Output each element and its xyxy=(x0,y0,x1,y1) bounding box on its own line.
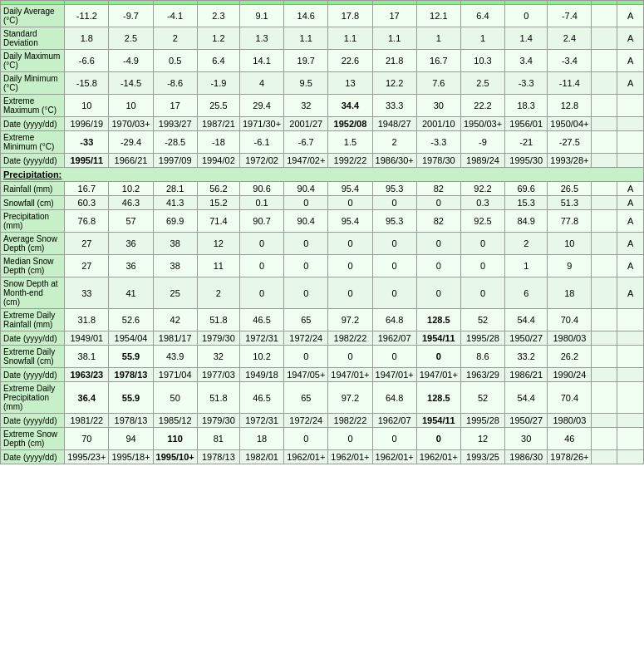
row-label: Rainfall (mm) xyxy=(1,182,65,196)
data-cell: -11.2 xyxy=(65,5,109,27)
data-cell: 0 xyxy=(416,346,460,368)
data-cell: 30 xyxy=(505,428,548,450)
year-cell xyxy=(592,346,617,368)
year-cell xyxy=(592,368,617,382)
row-label: Extreme Daily Rainfall (mm) xyxy=(1,309,65,331)
table-row: Extreme Snow Depth (cm)70941108118000012… xyxy=(1,428,644,450)
data-cell: 1978/30 xyxy=(416,154,460,168)
data-cell: 2 xyxy=(197,277,239,309)
row-label: Date (yyyy/dd) xyxy=(1,154,65,168)
data-cell: 1 xyxy=(505,255,548,277)
data-cell: 12.8 xyxy=(548,95,592,117)
code-cell xyxy=(617,131,644,154)
data-cell: 51.3 xyxy=(548,196,592,210)
year-cell xyxy=(592,255,617,277)
data-cell: 42 xyxy=(153,309,197,331)
data-cell: 46.5 xyxy=(239,382,283,414)
data-cell: 52 xyxy=(460,382,504,414)
row-label: Extreme Minimum (°C) xyxy=(1,131,65,154)
data-cell: -28.5 xyxy=(153,131,197,154)
data-cell: 1971/04 xyxy=(153,368,197,382)
data-cell: 1981/17 xyxy=(153,331,197,346)
row-label: Extreme Maximum (°C) xyxy=(1,95,65,117)
code-cell: A xyxy=(617,233,644,255)
code-cell xyxy=(617,309,644,331)
data-cell: 1980/03 xyxy=(548,414,592,428)
data-cell: 1 xyxy=(416,27,460,50)
data-cell: 0 xyxy=(284,346,328,368)
data-cell: 0 xyxy=(372,233,416,255)
data-cell: 1971/30+ xyxy=(239,117,283,131)
row-label: Daily Average (°C) xyxy=(1,5,65,27)
data-cell: -3.3 xyxy=(505,72,548,95)
data-cell: 30 xyxy=(416,95,460,117)
table-row: Daily Average (°C)-11.2-9.7-4.12.39.114.… xyxy=(1,5,644,27)
data-cell: 46.5 xyxy=(239,309,283,331)
data-cell: 0 xyxy=(284,255,328,277)
data-cell: 1979/30 xyxy=(197,414,239,428)
code-cell: A xyxy=(617,255,644,277)
data-cell: 4 xyxy=(239,72,283,95)
data-cell: 1993/27 xyxy=(153,117,197,131)
data-cell: 1.5 xyxy=(328,131,372,154)
data-cell: -9.7 xyxy=(109,5,153,27)
table-row: Date (yyyy/dd)1995/111966/211997/091994/… xyxy=(1,154,644,168)
data-cell: 0 xyxy=(460,277,504,309)
year-cell xyxy=(592,5,617,27)
data-cell: 69.9 xyxy=(153,210,197,233)
data-cell: 27 xyxy=(65,255,109,277)
data-cell: 60.3 xyxy=(65,196,109,210)
data-cell: 38 xyxy=(153,255,197,277)
data-cell: 36 xyxy=(109,233,153,255)
table-row: Date (yyyy/dd)1981/221978/131985/121979/… xyxy=(1,414,644,428)
data-cell: 1980/03 xyxy=(548,331,592,346)
year-cell xyxy=(592,27,617,50)
code-cell xyxy=(617,450,644,464)
table-row: Precipitation (mm)76.85769.971.490.790.4… xyxy=(1,210,644,233)
data-cell: 14.6 xyxy=(284,5,328,27)
data-cell: 13 xyxy=(328,72,372,95)
data-cell: 1962/07 xyxy=(372,331,416,346)
code-cell xyxy=(617,414,644,428)
data-cell: 1950/27 xyxy=(505,331,548,346)
data-cell: 0 xyxy=(284,196,328,210)
data-cell: 82 xyxy=(416,210,460,233)
row-label: Date (yyyy/dd) xyxy=(1,450,65,464)
data-cell: 0.5 xyxy=(153,50,197,72)
data-cell: 52 xyxy=(460,309,504,331)
data-cell: 0 xyxy=(372,196,416,210)
data-cell: 2.5 xyxy=(109,27,153,50)
row-label: Daily Maximum (°C) xyxy=(1,50,65,72)
data-cell: 1.4 xyxy=(505,27,548,50)
data-cell: 36 xyxy=(109,255,153,277)
data-cell: 1986/30 xyxy=(505,450,548,464)
data-cell: 1947/02+ xyxy=(284,154,328,168)
data-cell: 6.4 xyxy=(460,5,504,27)
year-cell xyxy=(592,131,617,154)
data-cell: 7.6 xyxy=(416,72,460,95)
data-cell: 1992/22 xyxy=(328,154,372,168)
data-cell: 1954/11 xyxy=(416,331,460,346)
data-cell: 17 xyxy=(153,95,197,117)
data-cell: 6 xyxy=(505,277,548,309)
data-cell: 0 xyxy=(284,233,328,255)
data-cell: 10 xyxy=(109,95,153,117)
data-cell: 0 xyxy=(328,196,372,210)
code-cell: A xyxy=(617,210,644,233)
data-cell: 128.5 xyxy=(416,309,460,331)
data-cell: -15.8 xyxy=(65,72,109,95)
table-row: Standard Deviation1.82.521.21.31.11.11.1… xyxy=(1,27,644,50)
data-cell: 0 xyxy=(328,428,372,450)
data-cell: 1962/01+ xyxy=(372,450,416,464)
row-label: Date (yyyy/dd) xyxy=(1,414,65,428)
data-cell: 0 xyxy=(372,428,416,450)
data-cell: 1966/21 xyxy=(109,154,153,168)
data-cell: 1952/08 xyxy=(328,117,372,131)
data-cell: 0 xyxy=(328,233,372,255)
data-cell: 1995/10+ xyxy=(153,450,197,464)
data-cell: -4.9 xyxy=(109,50,153,72)
data-cell: 71.4 xyxy=(197,210,239,233)
data-cell: 43.9 xyxy=(153,346,197,368)
data-cell: 19.7 xyxy=(284,50,328,72)
data-cell: 15.3 xyxy=(505,196,548,210)
